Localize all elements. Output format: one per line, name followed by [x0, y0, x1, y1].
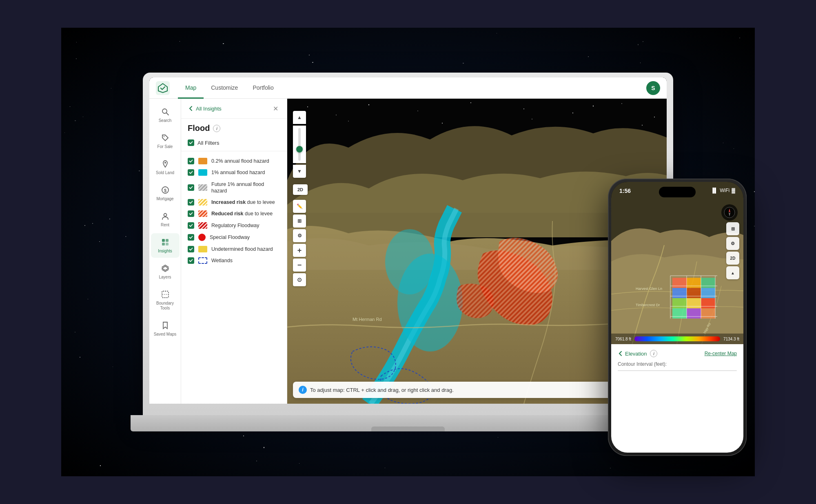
draw-button[interactable]: ✏️ [293, 200, 306, 213]
app-window: Map Customize Portfolio S [149, 77, 667, 404]
svg-point-3 [163, 136, 164, 137]
boundary-icon [160, 290, 170, 299]
tab-customize[interactable]: Customize [204, 78, 245, 99]
phone-device: Harvest Glen Ln Timbercrest Dr Higy Rd 1… [608, 179, 747, 456]
sidebar-label-saved-maps: Saved Maps [154, 332, 177, 337]
legend-checkbox-3[interactable] [188, 199, 194, 206]
laptop-screen-bezel: Map Customize Portfolio S [149, 77, 667, 404]
legend-text-1: 1% annual flood hazard [211, 169, 265, 176]
phone-elevation-bar: 7061.8 ft 7134.3 ft [611, 334, 743, 344]
user-avatar[interactable]: S [646, 81, 660, 95]
signal-icon: ▐▌ [711, 188, 718, 193]
legend-text-6: Special Floodway [210, 234, 250, 241]
filter-all-row[interactable]: All Filters [181, 136, 287, 151]
phone-screen: Harvest Glen Ln Timbercrest Dr Higy Rd 1… [611, 182, 743, 453]
svg-rect-41 [687, 288, 701, 298]
phone-map[interactable]: Harvest Glen Ln Timbercrest Dr Higy Rd 1… [611, 182, 743, 344]
legend-swatch-3 [198, 199, 207, 206]
nav-tabs: Map Customize Portfolio [178, 77, 281, 98]
zoom-up-button[interactable]: ▲ [293, 111, 306, 124]
panel-back-label: All Insights [196, 106, 222, 112]
tab-map[interactable]: Map [178, 78, 204, 99]
legend-text-5: Regulatory Floodway [211, 222, 259, 229]
phone-settings-button[interactable]: ⚙ [726, 237, 739, 250]
location-button[interactable]: ⊙ [293, 273, 306, 286]
sidebar-item-insights[interactable]: Insights [151, 233, 180, 258]
zoom-slider[interactable] [298, 128, 301, 161]
sidebar-item-layers[interactable]: Layers [151, 259, 180, 284]
svg-point-18 [417, 111, 418, 111]
sidebar-item-rent[interactable]: Rent [151, 207, 180, 232]
svg-rect-44 [687, 298, 701, 308]
2d-toggle-button[interactable]: 2D [293, 184, 308, 195]
phone-recenter-button[interactable]: Re-center Map [705, 351, 737, 356]
panel-info-icon[interactable]: i [213, 125, 220, 132]
legend-item-2[interactable]: Future 1% annual flood hazard [181, 179, 287, 197]
panel-back-button[interactable]: All Insights [188, 105, 267, 112]
legend-item-5[interactable]: Regulatory Floodway [181, 220, 287, 231]
sidebar-label-rent: Rent [161, 223, 169, 228]
svg-point-25 [442, 123, 443, 124]
sidebar-item-for-sale[interactable]: For Sale [151, 129, 180, 153]
panel-close-button[interactable]: ✕ [271, 104, 280, 113]
svg-rect-47 [687, 308, 701, 318]
legend-text-7: Undetermined flood hazard [211, 246, 273, 252]
svg-text:$: $ [164, 188, 166, 193]
svg-rect-8 [162, 239, 165, 242]
phone-layers-button[interactable]: ⊞ [726, 222, 739, 235]
map-controls: ▲ ▼ 2D ✏️ [293, 111, 308, 286]
phone-info-icon[interactable]: i [650, 350, 657, 357]
legend-swatch-6 [198, 234, 206, 241]
legend-item-8[interactable]: Wetlands [181, 255, 287, 266]
svg-rect-48 [701, 308, 715, 318]
svg-line-2 [166, 113, 169, 115]
phone-2d-button[interactable]: 2D [726, 252, 739, 265]
svg-point-19 [470, 102, 471, 103]
svg-point-16 [336, 115, 337, 115]
legend-checkbox-7[interactable] [188, 246, 194, 252]
sidebar-item-mortgage[interactable]: $ Mortgage [151, 181, 180, 206]
sidebar-item-search[interactable]: Search [151, 103, 180, 127]
legend-checkbox-2[interactable] [188, 184, 194, 191]
phone-panel-title: Elevation [625, 351, 647, 357]
tab-portfolio[interactable]: Portfolio [245, 78, 281, 99]
legend-item-0[interactable]: 0.2% annual flood hazard [181, 155, 287, 167]
legend-item-1[interactable]: 1% annual flood hazard [181, 167, 287, 178]
sidebar-label-for-sale: For Sale [157, 144, 173, 149]
phone-panel: Elevation i Re-center Map Contour Interv… [611, 344, 743, 453]
svg-point-4 [164, 162, 166, 164]
svg-rect-39 [701, 278, 715, 288]
zoom-down-button[interactable]: ▼ [293, 165, 306, 178]
phone-3d-button[interactable]: ▲ [726, 266, 739, 279]
svg-rect-9 [166, 239, 169, 242]
legend-item-6[interactable]: Special Floodway [181, 231, 287, 243]
legend-item-3[interactable]: Increased risk due to levee [181, 197, 287, 208]
all-filters-checkbox[interactable] [188, 139, 194, 146]
svg-point-24 [348, 121, 348, 121]
minus-button[interactable]: − [293, 259, 306, 272]
svg-point-7 [164, 214, 166, 217]
sidebar-label-sold-land: Sold Land [156, 170, 174, 175]
legend-checkbox-5[interactable] [188, 222, 194, 229]
legend-item-4[interactable]: Reduced risk due to levee [181, 208, 287, 219]
legend-checkbox-0[interactable] [188, 158, 194, 164]
dollar-icon: $ [160, 185, 170, 195]
sidebar-item-sold-land[interactable]: Sold Land [151, 155, 180, 179]
legend-checkbox-6[interactable] [188, 234, 194, 241]
layers-button[interactable]: ⊞ [293, 214, 306, 228]
legend-checkbox-8[interactable] [188, 257, 194, 264]
legend-checkbox-4[interactable] [188, 210, 194, 217]
sidebar-item-boundary-tools[interactable]: Boundary Tools [151, 285, 180, 315]
svg-rect-11 [166, 243, 169, 245]
app-logo [156, 81, 170, 95]
legend-item-7[interactable]: Undetermined flood hazard [181, 243, 287, 255]
plus-button[interactable]: + [293, 244, 306, 257]
settings-button[interactable]: ⚙ [293, 229, 306, 242]
legend-text-8: Wetlands [211, 257, 233, 264]
sidebar-item-saved-maps[interactable]: Saved Maps [151, 316, 180, 341]
phone-back-button[interactable]: Elevation [618, 351, 647, 357]
phone-contour-input[interactable] [618, 370, 737, 371]
sidebar-icons: Search For Sale [149, 99, 181, 404]
legend-checkbox-1[interactable] [188, 169, 194, 176]
legend-swatch-8 [198, 257, 207, 264]
